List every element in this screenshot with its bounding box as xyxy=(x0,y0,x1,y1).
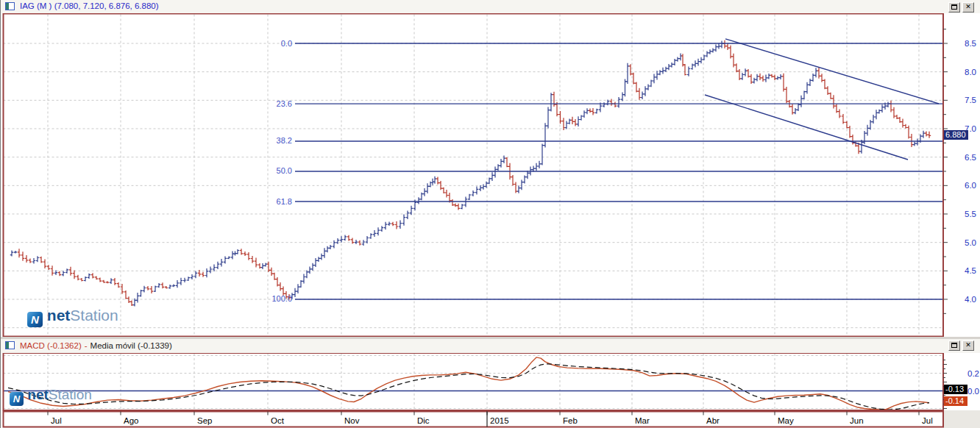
price-axis-label: 8.0 xyxy=(965,68,976,76)
axis-corner xyxy=(943,410,980,428)
macd-close-button[interactable]: ✕ xyxy=(962,340,974,351)
netstation-watermark: N netStation xyxy=(27,307,118,327)
fib-level-label: 38.2 xyxy=(277,136,292,145)
month-label: Nov xyxy=(344,416,360,425)
watermark-station: Station xyxy=(70,307,118,324)
maximize-icon xyxy=(951,343,957,348)
month-label: Feb xyxy=(563,416,578,425)
macd-title-signal: Media móvil (-0.1339) xyxy=(90,341,172,350)
maximize-icon xyxy=(951,4,957,10)
price-axis-label: 5.5 xyxy=(965,210,976,218)
price-axis-label: 6.5 xyxy=(965,153,976,162)
netstation-window: 0.023.638.250.061.8100.08.58.07.57.06.56… xyxy=(0,0,980,428)
main-maximize-button[interactable] xyxy=(948,2,960,13)
main-chart-title: IAG (M ) (7.080, 7.120, 6.876, 6.880) xyxy=(20,1,159,10)
fib-level-label: 61.8 xyxy=(277,197,292,206)
watermark-net: net xyxy=(27,387,49,402)
close-icon: ✕ xyxy=(965,3,971,10)
month-label: Sep xyxy=(197,416,212,425)
price-axis-label: 7.5 xyxy=(965,96,976,104)
netstation-logo-icon: N xyxy=(10,392,24,406)
chart-canvas[interactable]: 0.023.638.250.061.8100.08.58.07.57.06.56… xyxy=(1,0,980,428)
month-label: Abr xyxy=(706,416,720,425)
main-close-button[interactable]: ✕ xyxy=(962,2,974,13)
watermark-station: Station xyxy=(49,387,92,402)
month-label: Jul xyxy=(922,416,933,425)
macd-title-separator: - xyxy=(82,341,90,350)
netstation-watermark: N netStation xyxy=(10,387,92,406)
netstation-logo-icon: N xyxy=(27,312,43,327)
macd-signal-value-badge: -0.13 xyxy=(944,385,967,394)
month-label: Jul xyxy=(51,416,62,425)
macd-title-macd: MACD (-0.1362) xyxy=(20,341,82,350)
price-axis-label: 4.0 xyxy=(965,295,976,304)
macd-titlebar: MACD (-0.1362)-Media móvil (-0.1339) xyxy=(1,339,980,353)
macd-title: MACD (-0.1362)-Media móvil (-0.1339) xyxy=(20,341,172,350)
price-axis-label: 6.0 xyxy=(965,181,976,190)
last-price-badge: 6.880 xyxy=(944,130,968,140)
main-chart-titlebar: IAG (M ) (7.080, 7.120, 6.876, 6.880) xyxy=(1,0,980,13)
month-label: Dic xyxy=(417,416,430,425)
macd-value-badge: -0.14 xyxy=(944,396,967,406)
fib-level-label: 100.0 xyxy=(271,294,292,303)
time-axis-strip[interactable] xyxy=(4,412,944,427)
price-axis-label: 5.0 xyxy=(965,238,976,247)
macd-maximize-button[interactable] xyxy=(948,340,960,351)
month-label: Ago xyxy=(124,416,138,425)
watermark-net: net xyxy=(47,307,71,324)
fib-level-label: 23.6 xyxy=(277,99,292,108)
close-icon: ✕ xyxy=(965,341,971,349)
fib-level-label: 50.0 xyxy=(277,166,292,175)
month-label: May xyxy=(778,416,794,425)
macd-axis-label: 0.0 xyxy=(967,387,979,396)
month-label: Mar xyxy=(635,416,650,425)
chart-window-icon xyxy=(5,341,15,349)
macd-axis-label: 0.2 xyxy=(967,369,979,378)
month-label: 2015 xyxy=(490,416,509,425)
chart-window-icon xyxy=(5,2,15,10)
fib-level-label: 0.0 xyxy=(281,39,292,48)
month-label: Jun xyxy=(850,416,864,425)
price-axis-label: 8.5 xyxy=(965,39,976,48)
month-label: Oct xyxy=(271,416,285,425)
price-axis-label: 4.5 xyxy=(965,266,976,275)
